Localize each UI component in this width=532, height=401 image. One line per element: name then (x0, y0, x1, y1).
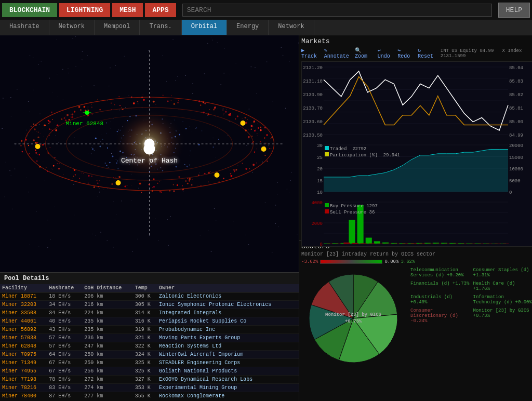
sector-label: Monitor [23] by GICS +0.73% (472, 307, 533, 325)
search-input[interactable] (182, 4, 492, 17)
track-button[interactable]: ▶ Track (301, 47, 320, 59)
zoom-button[interactable]: 🔍 Zoom (355, 47, 374, 59)
scale-min: -3.62% (301, 259, 318, 264)
col-hashrate: Hashrate (47, 284, 82, 292)
markets-chart[interactable] (301, 61, 532, 247)
undo-button[interactable]: ↩ Undo (378, 47, 394, 59)
sectors-subtitle: Monitor [23] intraday return by GICS sec… (301, 251, 532, 257)
table-row[interactable]: Miner 57038 57 EH/s 236 km 321 K Moving … (0, 334, 299, 342)
sectors-labels: Telecommunication Services (d) +0.20%Con… (409, 266, 532, 399)
pool-details-title: Pool Details (0, 273, 299, 284)
main-content: Center of Hash Miner 62848 Pool Details … (0, 35, 532, 401)
markets-toolbar: ▶ Track ✎ Annotate 🔍 Zoom ↩ Undo ↪ Redo … (301, 47, 532, 59)
color-scale: -3.62% 0.00% 3.62% (301, 259, 532, 264)
tab-energy[interactable]: Energy (227, 20, 269, 35)
market-legend: INT US Equity 84.99 X Index 2131.1599 (441, 48, 532, 59)
color-scale-bar (320, 260, 382, 264)
tab-mempool[interactable]: Mempool (95, 20, 140, 35)
sectors-panel: Sectors Monitor [23] intraday return by … (299, 240, 532, 401)
table-row[interactable]: Miner 44061 40 EH/s 235 km 316 K Periaps… (0, 317, 299, 326)
help-button[interactable]: HELP (498, 3, 530, 18)
markets-panel: Markets ▶ Track ✎ Annotate 🔍 Zoom ↩ Undo… (299, 35, 532, 240)
miner-label: Miner 62848 (66, 121, 104, 127)
sector-label: Consumer Discretionary (d) -0.34% (409, 307, 471, 325)
col-temp: Temp (133, 284, 157, 292)
table-row[interactable]: Miner 32203 34 EH/s 216 km 305 K Ionic S… (0, 301, 299, 309)
reset-button[interactable]: ↻ Reset (418, 47, 436, 59)
tab-network-1[interactable]: Network (49, 20, 95, 35)
markets-title: Markets (301, 37, 532, 45)
sector-label: Information Technology (d) +0.00% (472, 293, 533, 306)
sector-label: Telecommunication Services (d) +0.20% (409, 266, 471, 279)
left-panel: Center of Hash Miner 62848 Pool Details … (0, 35, 299, 401)
pool-details-panel: Pool Details Facility Hashrate CoH Dista… (0, 272, 299, 401)
sector-label: Financials (d) +1.73% (409, 280, 471, 292)
table-row[interactable]: Miner 77198 78 EH/s 272 km 327 K ExOOYO … (0, 376, 299, 384)
tab-bar: Hashrate Network Mempool Trans. Orbital … (0, 20, 532, 35)
blockchain-button[interactable]: BLOCKCHAIN (2, 3, 57, 17)
table-row[interactable]: Miner 78216 83 EH/s 274 km 353 K Experim… (0, 384, 299, 392)
annotate-button[interactable]: ✎ Annotate (324, 47, 351, 59)
tab-hashrate[interactable]: Hashrate (0, 20, 49, 35)
tab-orbital[interactable]: Orbital (182, 20, 227, 35)
table-row[interactable]: Miner 56892 43 EH/s 235 km 319 K Probabo… (0, 326, 299, 334)
table-row[interactable]: Miner 70975 64 EH/s 250 km 324 K WinterO… (0, 351, 299, 359)
sector-label: Health Care (d) +1.76% (472, 280, 533, 292)
table-row[interactable]: Miner 62848 57 EH/s 247 km 322 K Reactio… (0, 342, 299, 351)
scale-mid: 0.00% (384, 259, 398, 264)
apps-button[interactable]: APPS (145, 3, 176, 17)
col-facility: Facility (0, 284, 47, 292)
redo-button[interactable]: ↪ Redo (397, 47, 414, 59)
pool-table: Facility Hashrate CoH Distance Temp Owne… (0, 284, 299, 398)
table-row[interactable]: Miner 33508 34 EH/s 224 km 314 K Integra… (0, 309, 299, 317)
table-row[interactable]: Miner 71349 67 EH/s 250 km 325 K STEADLE… (0, 359, 299, 367)
scale-max: 3.62% (401, 259, 415, 264)
col-coh: CoH Distance (82, 284, 132, 292)
tab-trans[interactable]: Trans. (140, 20, 181, 35)
sector-label: Industrials (d) +0.40% (409, 293, 471, 306)
right-panel: Markets ▶ Track ✎ Annotate 🔍 Zoom ↩ Undo… (299, 35, 532, 401)
orbital-visualization[interactable]: Center of Hash Miner 62848 (0, 35, 299, 272)
table-row[interactable]: Miner 78400 87 EH/s 277 km 355 K Rockoma… (0, 392, 299, 399)
mesh-button[interactable]: MESH (112, 3, 143, 17)
table-row[interactable]: Miner 18871 18 EH/s 206 km 300 K Zaltoni… (0, 292, 299, 301)
sector-label: Consumer Staples (d) +1.31% (472, 266, 533, 279)
lightning-button[interactable]: LIGHTNING (59, 3, 110, 17)
table-row[interactable]: Miner 74955 67 EH/s 256 km 325 K Goliath… (0, 367, 299, 376)
tab-network-2[interactable]: Network (269, 20, 314, 35)
col-owner: Owner (157, 284, 299, 292)
sectors-pie-chart[interactable] (301, 266, 405, 370)
sectors-content: Telecommunication Services (d) +0.20%Con… (301, 266, 532, 399)
top-nav: BLOCKCHAIN LIGHTNING MESH APPS HELP (0, 0, 532, 20)
